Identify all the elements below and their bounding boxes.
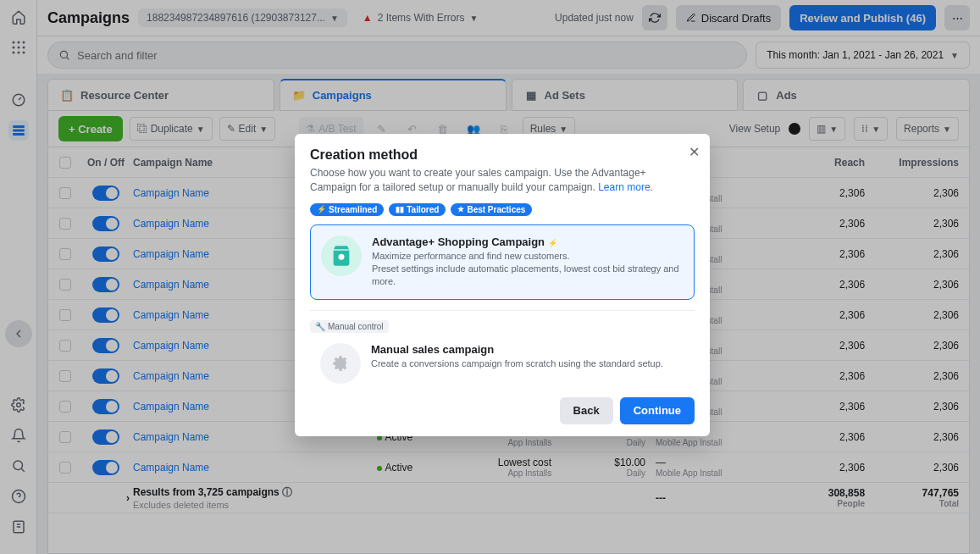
back-button[interactable]: Back: [560, 397, 613, 424]
pill-tailored: ▮▮Tailored: [389, 203, 446, 216]
option-advantage-plus[interactable]: Advantage+ Shopping Campaign ⚡ Maximize …: [310, 224, 695, 300]
opt1-desc1: Maximize performance and find new custom…: [372, 250, 684, 263]
gear-icon: [320, 343, 361, 384]
option-manual[interactable]: Manual sales campaign Create a conversio…: [310, 340, 695, 387]
chart-icon: ▮▮: [396, 205, 404, 213]
star-icon: ★: [457, 205, 464, 213]
modal-pills: ⚡Streamlined ▮▮Tailored ★Best Practices: [310, 203, 695, 216]
bolt-icon: ⚡: [548, 239, 557, 247]
learn-more-link[interactable]: Learn more.: [598, 181, 653, 193]
wrench-icon: 🔧: [315, 322, 325, 331]
opt2-desc: Create a conversions campaign from scrat…: [371, 357, 663, 370]
opt1-desc2: Preset settings include automatic placem…: [372, 263, 684, 289]
svg-point-21: [339, 253, 345, 259]
continue-button[interactable]: Continue: [620, 397, 695, 424]
creation-method-modal: ✕ Creation method Choose how you want to…: [295, 134, 710, 436]
opt1-title: Advantage+ Shopping Campaign: [372, 235, 545, 248]
modal-description: Choose how you want to create your sales…: [310, 166, 695, 195]
modal-title: Creation method: [310, 147, 695, 163]
manual-control-tag: 🔧Manual control: [310, 320, 389, 333]
opt2-title: Manual sales campaign: [371, 343, 663, 356]
bolt-icon: ⚡: [317, 205, 326, 213]
pill-streamlined: ⚡Streamlined: [310, 203, 384, 216]
close-button[interactable]: ✕: [689, 144, 700, 160]
shopping-bag-icon: [321, 235, 362, 276]
pill-best-practices: ★Best Practices: [451, 203, 532, 216]
